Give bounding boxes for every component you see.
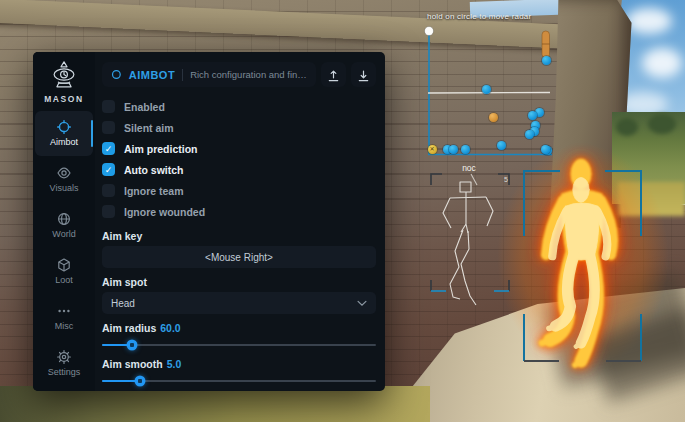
slider-track <box>102 344 376 347</box>
cloud <box>626 8 672 34</box>
checkbox <box>102 142 115 155</box>
cheat-menu-panel: MASON Aimbot Visuals <box>33 52 385 391</box>
checkbox-enabled[interactable]: Enabled <box>102 96 376 117</box>
aim-key-label: Aim key <box>102 230 376 242</box>
checkbox-silent-aim[interactable]: Silent aim <box>102 117 376 138</box>
panel-main: AIMBOT Rich configuration and fine-tunin… <box>95 52 385 391</box>
sidebar-item-loot[interactable]: Loot <box>35 249 93 294</box>
sidebar-item-misc[interactable]: Misc <box>35 295 93 340</box>
panel-header: AIMBOT Rich configuration and fine-tunin… <box>102 62 376 87</box>
brand-name: MASON <box>44 94 84 104</box>
grass-strip <box>0 386 430 422</box>
brand-logo: MASON <box>44 60 84 104</box>
checkbox-aim-prediction[interactable]: Aim prediction <box>102 138 376 159</box>
aim-spot-label: Aim spot <box>102 276 376 288</box>
aim-spot-value: Head <box>111 298 135 309</box>
checkbox-ignore-team[interactable]: Ignore team <box>102 180 376 201</box>
chevron-down-icon <box>357 300 367 307</box>
checkbox-auto-switch[interactable]: Auto switch <box>102 159 376 180</box>
cloud <box>642 48 682 78</box>
sidebar-item-settings[interactable]: Settings <box>35 341 93 386</box>
sidebar-nav: Aimbot Visuals World <box>33 111 95 386</box>
crosshair-icon <box>57 120 71 134</box>
checkbox-ignore-wounded[interactable]: Ignore wounded <box>102 201 376 222</box>
gear-icon <box>57 350 71 364</box>
slider-thumb[interactable] <box>127 340 138 351</box>
mason-eye-icon <box>46 60 82 92</box>
aim-smooth-label: Aim smooth5.0 <box>102 358 376 370</box>
checkbox <box>102 100 115 113</box>
checkbox <box>102 184 115 197</box>
checkbox <box>102 121 115 134</box>
ellipsis-icon <box>57 304 71 318</box>
export-config-button[interactable] <box>351 62 376 87</box>
eye-icon <box>57 166 71 180</box>
sidebar: MASON Aimbot Visuals <box>33 52 95 391</box>
aim-radius-slider[interactable] <box>102 339 376 350</box>
header-title-bar: AIMBOT Rich configuration and fine-tunin… <box>102 62 316 87</box>
page-subtitle: Rich configuration and fine-tuning <box>190 69 307 80</box>
aim-radius-value: 60.0 <box>160 322 180 334</box>
aim-key-button[interactable]: <Mouse Right> <box>102 246 376 268</box>
header-divider <box>182 69 183 81</box>
aim-spot-select[interactable]: Head <box>102 292 376 314</box>
upload-icon <box>327 68 340 82</box>
checkbox <box>102 163 115 176</box>
cube-icon <box>57 258 71 272</box>
radar-hint-text: hold on circle to move radar <box>427 12 531 21</box>
checkbox <box>102 205 115 218</box>
globe-icon <box>57 212 71 226</box>
screenshot-root: noc 5 ✕ hold on circle to move radar <box>0 0 685 422</box>
aimbot-ring-icon <box>111 68 122 81</box>
sidebar-item-aimbot[interactable]: Aimbot <box>35 111 93 156</box>
slider-thumb[interactable] <box>135 376 146 387</box>
sidebar-item-visuals[interactable]: Visuals <box>35 157 93 202</box>
page-title: AIMBOT <box>129 69 175 81</box>
download-icon <box>357 68 370 82</box>
aim-smooth-slider[interactable] <box>102 375 376 386</box>
import-config-button[interactable] <box>321 62 346 87</box>
sidebar-item-world[interactable]: World <box>35 203 93 248</box>
aim-radius-label: Aim radius60.0 <box>102 322 376 334</box>
aim-smooth-value: 5.0 <box>167 358 182 370</box>
